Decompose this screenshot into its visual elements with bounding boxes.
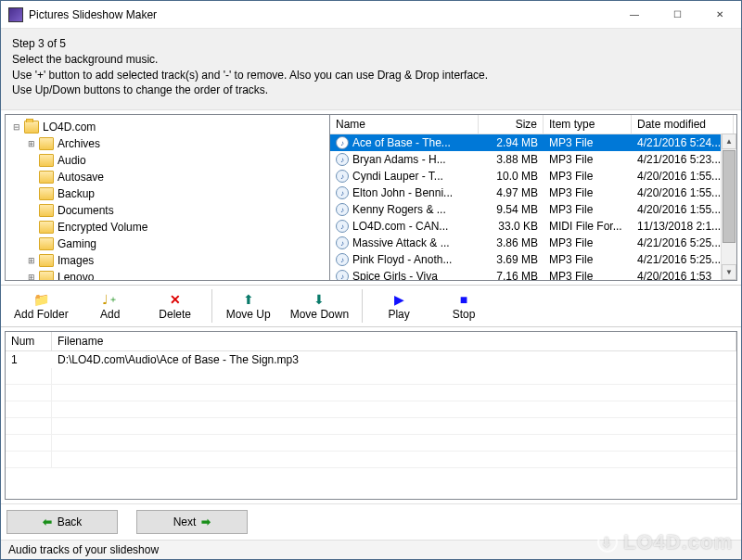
file-type: MP3 File [544,153,632,166]
file-size: 10.0 MB [479,170,544,183]
tree-item[interactable]: Backup [6,185,329,202]
folder-icon [39,137,54,150]
file-name: Ace of Base - The... [352,136,451,149]
file-size: 7.16 MB [479,270,544,280]
tree-label: Backup [58,187,95,200]
file-row[interactable]: ♪Pink Floyd - Anoth...3.69 MBMP3 File4/2… [330,251,736,268]
playlist-header[interactable]: Num Filename [6,332,736,351]
file-name: Elton John - Benni... [352,186,453,199]
tree-item[interactable]: ⊞Images [6,252,329,269]
file-date: 4/21/2016 5:24... [632,136,734,149]
file-type: MP3 File [544,136,632,149]
browser-split: ⊟ LO4D.com ⊞ArchivesAudioAutosaveBackupD… [5,114,737,281]
file-type: MP3 File [544,253,632,266]
file-row[interactable]: ♪Spice Girls - Viva7.16 MBMP3 File4/20/2… [330,268,736,280]
file-size: 3.86 MB [479,236,544,249]
folder-icon [39,254,54,267]
tree-item[interactable]: Gaming [6,235,329,252]
scroll-up-icon[interactable]: ▲ [722,134,736,149]
file-row[interactable]: ♪Cyndi Lauper - T...10.0 MBMP3 File4/20/… [330,168,736,185]
scroll-thumb[interactable] [723,150,736,243]
scroll-down-icon[interactable]: ▼ [722,264,736,280]
col-size[interactable]: Size [479,115,544,134]
file-size: 2.94 MB [479,136,544,149]
file-row[interactable]: ♪Elton John - Benni...4.97 MBMP3 File4/2… [330,185,736,201]
col-num[interactable]: Num [6,332,52,350]
collapse-icon[interactable]: ⊟ [9,122,24,132]
file-date: 4/20/2016 1:55... [632,186,734,199]
file-size: 4.97 MB [479,186,544,199]
playlist-row[interactable]: 1D:\LO4D.com\Audio\Ace of Base - The Sig… [6,351,736,368]
col-type[interactable]: Item type [544,115,632,134]
tree-item[interactable]: Documents [6,202,329,219]
file-row[interactable]: ♪LO4D.com - CAN...33.0 KBMIDI File For..… [330,218,736,235]
tree-label: Autosave [58,171,104,184]
tree-label: Images [58,254,94,267]
col-filename[interactable]: Filename [52,332,736,350]
audio-file-icon: ♪ [336,186,349,199]
maximize-button[interactable]: ☐ [656,1,698,29]
file-size: 9.54 MB [479,203,544,216]
tree-label: Lenovo [58,271,94,280]
app-window: Pictures Slideshow Maker — ☐ ✕ Step 3 of… [0,0,742,560]
audio-file-icon: ♪ [336,170,349,183]
tree-item[interactable]: ⊞Archives [6,135,329,152]
instructions-panel: Step 3 of 5 Select the background music.… [1,29,741,110]
tree-item[interactable]: ⊞Lenovo [6,269,329,280]
expand-icon[interactable]: ⊞ [24,256,39,265]
file-name: LO4D.com - CAN... [352,220,448,233]
back-button[interactable]: ⬅ Back [6,510,118,534]
arrow-up-icon: ⬆ [243,291,254,308]
file-list[interactable]: Name Size Item type Date modified ♪Ace o… [330,115,736,280]
file-size: 33.0 KB [479,220,544,233]
step-label: Step 3 of 5 [12,36,730,52]
file-name: Cyndi Lauper - T... [352,170,443,183]
stop-button[interactable]: ■ Stop [431,287,496,325]
next-button[interactable]: Next ➡ [136,510,248,534]
file-date: 11/13/2018 2:1... [632,220,734,233]
audio-file-icon: ♪ [336,203,349,216]
tree-item[interactable]: Encrypted Volume [6,219,329,235]
add-button[interactable]: ♩＋ Add [78,287,143,325]
file-size: 3.88 MB [479,153,544,166]
file-date: 4/20/2016 1:55... [632,203,734,216]
play-button[interactable]: ▶ Play [366,287,431,325]
instruction-line: Use '+' button to add selected track(s) … [12,68,730,83]
folder-icon [39,154,54,167]
close-button[interactable]: ✕ [698,1,741,29]
move-down-button[interactable]: ⬇ Move Down [281,287,358,325]
playlist-grid[interactable]: Num Filename 1D:\LO4D.com\Audio\Ace of B… [5,331,737,500]
tree-label: Encrypted Volume [58,221,147,234]
file-row[interactable]: ♪Ace of Base - The...2.94 MBMP3 File4/21… [330,134,736,151]
folder-tree[interactable]: ⊟ LO4D.com ⊞ArchivesAudioAutosaveBackupD… [6,115,330,280]
tree-label: Documents [58,204,114,217]
expand-icon[interactable]: ⊞ [24,139,39,148]
file-type: MP3 File [544,270,632,280]
arrow-right-icon: ➡ [201,515,211,528]
col-date[interactable]: Date modified [632,115,734,134]
tree-root[interactable]: ⊟ LO4D.com [6,119,329,135]
audio-file-icon: ♪ [336,220,349,233]
expand-icon[interactable]: ⊞ [24,273,39,280]
folder-icon [39,221,54,234]
file-row[interactable]: ♪Bryan Adams - H...3.88 MBMP3 File4/21/2… [330,151,736,168]
file-row[interactable]: ♪Massive Attack & ...3.86 MBMP3 File4/21… [330,235,736,251]
list-header[interactable]: Name Size Item type Date modified [330,115,736,134]
tree-item[interactable]: Audio [6,152,329,169]
add-folder-icon: 📁 [33,291,49,308]
list-scrollbar[interactable]: ▲ ▼ [721,134,736,280]
col-name[interactable]: Name [330,115,479,134]
nav-bar: ⬅ Back Next ➡ [1,503,741,540]
minimize-button[interactable]: — [613,1,656,29]
separator [362,289,363,323]
tree-label: LO4D.com [43,121,96,134]
add-icon: ♩＋ [102,291,118,308]
file-name: Spice Girls - Viva [352,270,438,280]
file-row[interactable]: ♪Kenny Rogers & ...9.54 MBMP3 File4/20/2… [330,201,736,218]
tree-item[interactable]: Autosave [6,169,329,185]
add-folder-button[interactable]: 📁 Add Folder [5,287,78,325]
arrow-down-icon: ⬇ [313,291,325,308]
delete-button[interactable]: ✕ Delete [143,287,208,325]
move-up-button[interactable]: ⬆ Move Up [216,287,281,325]
file-date: 4/21/2016 5:25... [632,236,734,249]
